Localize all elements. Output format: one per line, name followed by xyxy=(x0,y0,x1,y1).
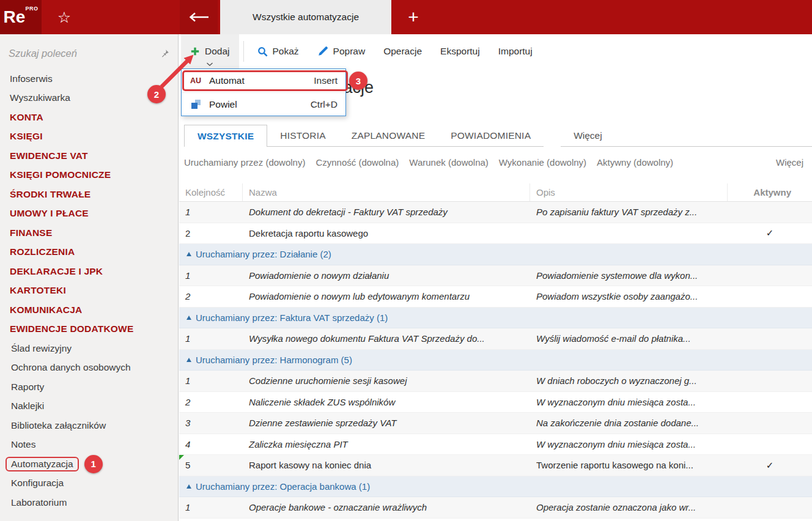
pin-icon[interactable] xyxy=(160,49,169,58)
filter-wykonanie-dowolny[interactable]: Wykonanie (dowolny) xyxy=(499,157,586,168)
menu-item-automat[interactable]: AUAutomatInsert xyxy=(182,69,345,92)
filter-uruchamiany-przez-dowolny[interactable]: Uruchamiany przez (dowolny) xyxy=(184,157,305,168)
sidebar-item-notes[interactable]: Notes xyxy=(0,435,178,455)
table-row-powiadomienie-o-nowym-lub-edytowanym-komentarzu[interactable]: 2Powiadomienie o nowym lub edytowanym ko… xyxy=(179,286,812,308)
table-row-powiadomienie-o-nowym-działaniu[interactable]: 1Powiadomienie o nowym działaniuPowiadom… xyxy=(179,265,812,287)
show-button[interactable]: Pokaż xyxy=(248,34,308,68)
sidebar-item-umowy-i-płace[interactable]: UMOWY I PŁACE xyxy=(0,204,178,224)
sidebar-item-label: ŚRODKI TRWAŁE xyxy=(10,189,90,200)
collapse-triangle-icon[interactable] xyxy=(186,252,191,256)
menu-item-powiel[interactable]: PowielCtrl+D xyxy=(182,92,345,116)
group-label: Uruchamiany przez: Operacja bankowa (1) xyxy=(196,481,370,492)
sidebar-item-konfiguracja[interactable]: Konfiguracja xyxy=(0,474,178,493)
table-row-raport-kasowy-na-koniec-dnia[interactable]: 5Raport kasowy na koniec dniaTworzenie r… xyxy=(179,455,812,476)
new-tab-button[interactable]: + xyxy=(397,0,429,34)
toolbar-separator xyxy=(243,41,244,62)
sidebar-item-label: ROZLICZENIA xyxy=(10,246,75,257)
sidebar-item-finanse[interactable]: FINANSE xyxy=(0,223,178,243)
filter-warunek-dowolna[interactable]: Warunek (dowolna) xyxy=(409,157,489,168)
sidebar-item-raporty[interactable]: Raporty xyxy=(0,377,178,397)
plus-icon xyxy=(190,46,200,56)
column-header-nazwa[interactable]: Nazwa xyxy=(243,183,530,201)
sidebar-item-księgi-pomocnicze[interactable]: KSIĘGI POMOCNICZE xyxy=(0,166,178,185)
column-header-opis[interactable]: Opis xyxy=(530,183,728,201)
sidebar-item-komunikacja[interactable]: KOMUNIKACJA xyxy=(0,300,178,320)
sidebar-item-label: Notes xyxy=(11,439,36,450)
annotation-step-2: 2 xyxy=(147,85,166,103)
cell-nazwa: Wysyłka nowego dokumentu Faktura VAT Spr… xyxy=(243,333,530,344)
window-tab[interactable]: Wszystkie automatyzacje xyxy=(220,0,391,34)
sidebar-item-label: EWIDENCJE VAT xyxy=(10,150,88,161)
export-button[interactable]: Eksportuj xyxy=(431,34,489,68)
sidebar-item-label: Konfiguracja xyxy=(11,478,64,489)
cell-opis: W wyznaczonym dniu miesiąca zosta... xyxy=(530,397,728,407)
sidebar-item-rozliczenia[interactable]: ROZLICZENIA xyxy=(0,243,178,262)
automation-table: KolejnośćNazwaOpisAktywny 1Dokument do d… xyxy=(179,183,812,521)
search-input[interactable]: Szukaj poleceń xyxy=(9,48,160,59)
cell-opis: W dniach roboczych o wyznaczonej g... xyxy=(530,375,728,386)
sidebar-item-ochrona-danych-osobowych[interactable]: Ochrona danych osobowych xyxy=(0,358,178,378)
filter-aktywny-dowolny[interactable]: Aktywny (dowolny) xyxy=(597,157,673,168)
operations-button[interactable]: Operacje xyxy=(374,34,431,68)
import-button[interactable]: Importuj xyxy=(489,34,542,68)
sidebar-item-label: KSIĘGI xyxy=(10,131,43,142)
sidebar-item-deklaracje-i-jpk[interactable]: DEKLARACJE I JPK xyxy=(0,262,178,281)
tab-zaplanowane[interactable]: ZAPLANOWANE xyxy=(339,125,438,147)
sidebar-item-naklejki[interactable]: Naklejki xyxy=(0,397,178,416)
cell-nazwa: Dokument do dekretacji - Faktury VAT spr… xyxy=(243,207,530,217)
cell-nazwa: Powiadomienie o nowym lub edytowanym kom… xyxy=(243,291,530,301)
sidebar-item-księgi[interactable]: KSIĘGI xyxy=(0,127,178,147)
sidebar-item-ewidencje-vat[interactable]: EWIDENCJE VAT xyxy=(0,146,178,166)
sidebar: Szukaj poleceń InfoserwisWyszukiwarkaKON… xyxy=(0,34,179,521)
sidebar-item-ślad-rewizyjny[interactable]: Ślad rewizyjny xyxy=(0,339,178,358)
add-button[interactable]: Dodaj xyxy=(181,34,239,68)
sidebar-item-infoserwis[interactable]: Infoserwis xyxy=(0,69,178,89)
menu-item-label: Powiel xyxy=(209,99,311,110)
group-row-uruchamiany-przez-operacja-bankowa-1[interactable]: Uruchamiany przez: Operacja bankowa (1) xyxy=(179,476,812,498)
table-row-zaliczka-miesięczna-pit[interactable]: 4Zaliczka miesięczna PITW wyznaczonym dn… xyxy=(179,434,812,456)
favorites-star-icon[interactable]: ☆ xyxy=(51,0,77,34)
collapse-triangle-icon[interactable] xyxy=(186,316,191,320)
filter-czynność-dowolna[interactable]: Czynność (dowolna) xyxy=(316,157,399,168)
add-button-label: Dodaj xyxy=(205,46,230,57)
table-row-codzienne-uruchomienie-sesji-kasowej[interactable]: 1Codzienne uruchomienie sesji kasowejW d… xyxy=(179,371,812,392)
group-row-uruchamiany-przez-działanie-2[interactable]: Uruchamiany przez: Działanie (2) xyxy=(179,244,812,265)
tab-wszystkie[interactable]: WSZYSTKIE xyxy=(184,125,267,147)
group-row-uruchamiany-przez-harmonogram-5[interactable]: Uruchamiany przez: Harmonogram (5) xyxy=(179,350,812,371)
cell-kolejnosc: 4 xyxy=(179,439,243,449)
tab-powiadomienia[interactable]: POWIADOMIENIA xyxy=(438,125,544,147)
sidebar-item-automatyzacja[interactable]: Automatyzacja1 xyxy=(0,454,178,474)
table-row-dekretacja-raportu-kasowego[interactable]: 2Dekretacja raportu kasowego✓ xyxy=(179,223,812,245)
chevron-down-icon xyxy=(207,62,213,66)
table-row-operacje-bankowe-oznaczanie-wrażliwych[interactable]: 1Operacje bankowe - oznaczanie wrażliwyc… xyxy=(179,497,812,519)
table-row-dzienne-zestawienie-sprzedaży-vat[interactable]: 3Dzienne zestawienie sprzedaży VATNa zak… xyxy=(179,413,812,434)
collapse-triangle-icon[interactable] xyxy=(186,484,191,489)
table-row-naliczenie-składek-zus-wspólników[interactable]: 2Naliczenie składek ZUS wspólnikówW wyzn… xyxy=(179,392,812,413)
operations-label: Operacje xyxy=(383,46,422,57)
sidebar-item-label: KARTOTEKI xyxy=(10,285,66,296)
sidebar-item-label: Wyszukiwarka xyxy=(10,92,70,103)
app-logo[interactable]: RePRO xyxy=(0,0,42,34)
sidebar-item-kartoteki[interactable]: KARTOTEKI xyxy=(0,281,178,301)
sidebar-item-ewidencje-dodatkowe[interactable]: EWIDENCJE DODATKOWE xyxy=(0,320,178,339)
group-row-uruchamiany-przez-faktura-vat-sprzedaży-1[interactable]: Uruchamiany przez: Faktura VAT sprzedaży… xyxy=(179,308,812,329)
column-header-aktywny[interactable]: Aktywny xyxy=(728,183,812,201)
sidebar-item-label: Laboratorium xyxy=(11,497,67,508)
add-dropdown-menu: AUAutomatInsertPowielCtrl+D xyxy=(181,68,346,116)
table-row-wysyłka-nowego-dokumentu-faktura-vat-sprzedaży-do[interactable]: 1Wysyłka nowego dokumentu Faktura VAT Sp… xyxy=(179,328,812,350)
sidebar-item-konta[interactable]: KONTA xyxy=(0,108,178,127)
table-row-dokument-do-dekretacji-faktury-vat-sprzedaży[interactable]: 1Dokument do dekretacji - Faktury VAT sp… xyxy=(179,202,812,223)
sidebar-item-środki-trwałe[interactable]: ŚRODKI TRWAŁE xyxy=(0,185,178,204)
column-header-kolejność[interactable]: Kolejność xyxy=(179,183,243,201)
cell-kolejnosc: 1 xyxy=(179,270,243,281)
tab-więcej[interactable]: Więcej xyxy=(561,125,615,147)
filter-więcej[interactable]: Więcej xyxy=(776,157,803,168)
logo-pro-badge: PRO xyxy=(25,6,38,12)
collapse-triangle-icon[interactable] xyxy=(186,358,191,362)
edit-button[interactable]: Popraw xyxy=(308,34,375,68)
cell-nazwa: Zaliczka miesięczna PIT xyxy=(243,439,530,449)
sidebar-item-laboratorium[interactable]: Laboratorium xyxy=(0,493,178,512)
back-arrow-icon[interactable] xyxy=(180,0,218,34)
tab-historia[interactable]: HISTORIA xyxy=(267,125,339,147)
sidebar-item-biblioteka-załączników[interactable]: Biblioteka załączników xyxy=(0,416,178,435)
